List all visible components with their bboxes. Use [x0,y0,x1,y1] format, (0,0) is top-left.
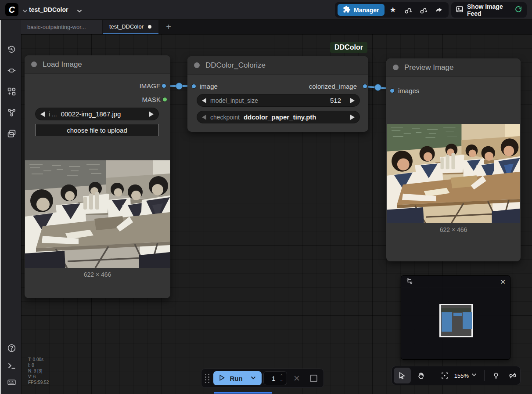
graph-canvas[interactable]: DDColor Load Image IMAGE MASK i ... 0002… [21,34,532,394]
prev-value-arrow-icon[interactable] [202,98,206,103]
tab-test-ddcolor[interactable]: test_DDColor [103,20,158,34]
output-label-mask: MASK [142,96,161,103]
widget-label: i ... [49,111,57,118]
puzzle-icon [343,5,351,14]
terminal-icon[interactable] [6,360,17,371]
next-value-arrow-icon[interactable] [149,112,154,117]
zoom-chevron-icon[interactable] [470,371,478,380]
toggle-links-visibility-button[interactable] [505,368,520,383]
model-library-icon[interactable] [6,107,17,118]
new-tab-button[interactable]: + [161,20,176,34]
next-value-arrow-icon[interactable] [350,115,355,120]
comfyui-logo[interactable]: C [5,3,18,16]
show-image-feed-button[interactable]: Show Image Feed [454,3,524,17]
stat-fps: FPS:59.52 [28,380,49,385]
ddcolor-header[interactable]: DDColor_Colorize [187,56,368,75]
output-slot-mask[interactable] [162,97,167,102]
node-connections-icon[interactable] [6,65,17,76]
output-label-colorized-image: colorized_image [309,83,357,90]
minimap-node-preview [463,312,472,329]
stop-icon[interactable] [310,375,317,382]
node-preview-image[interactable]: Preview Image images 622 × 466 [386,58,521,261]
logo-menu-chevron-icon[interactable] [21,7,29,17]
stat-iterations: I: 0 [28,362,49,368]
node-title: Preview Image [404,63,453,72]
widget-label: model_input_size [210,97,258,104]
group-title-ddcolor[interactable]: DDColor [330,42,367,53]
image-file-combo-widget[interactable]: i ... 00022-img_1867.jpg [35,108,159,120]
fit-view-button[interactable] [438,368,452,383]
tab-basic-outpainting[interactable]: basic-outpainting-wor... [21,20,102,34]
run-button[interactable]: Run [213,371,262,385]
node-library-icon[interactable] [6,86,17,97]
manager-button-group: Manager ★ [335,2,449,18]
batch-stepper[interactable]: ⌃⌄ [280,375,283,382]
prev-value-arrow-icon[interactable] [202,115,206,120]
drag-handle[interactable] [205,374,211,383]
toolbar-divider [433,370,433,381]
collapse-dot[interactable] [194,62,200,68]
stat-time: T: 0.00s [28,357,49,362]
checkpoint-widget[interactable]: checkpoint ddcolor_paper_tiny.pth [197,111,360,123]
model-input-size-widget[interactable]: model_input_size 512 [197,94,360,107]
bottom-blue-strip [214,392,272,394]
minimap-group-strip [441,308,471,312]
image-icon [456,5,464,14]
workflow-tabs-bar: basic-outpainting-wor... test_DDColor + [21,20,532,34]
minimap-viewport[interactable] [439,304,473,337]
toggle-theme-bulb-button[interactable] [489,368,503,383]
manager-button[interactable]: Manager [338,4,385,16]
node-title: DDColor_Colorize [205,61,266,70]
load-image-header[interactable]: Load Image [25,55,170,74]
left-sidebar [0,20,21,394]
batch-count-value[interactable]: 1 [267,375,280,382]
play-icon [218,374,226,383]
output-slot-colorized-image[interactable] [363,84,367,89]
minimap-node-load-image [442,312,452,332]
workflow-menu-chevron-icon[interactable] [75,7,83,17]
output-image-preview[interactable] [387,124,520,223]
unsaved-changes-dot [148,25,151,29]
image-size-caption: 622 × 466 [25,271,170,278]
widget-value: 00022-img_1867.jpg [61,110,121,118]
input-image-preview[interactable] [25,160,170,268]
queue-history-icon[interactable] [6,44,17,54]
zoom-level-value[interactable]: 155% [454,372,469,379]
preview-image-header[interactable]: Preview Image [386,58,521,77]
favorites-star-icon[interactable]: ★ [386,4,400,16]
graph-nodes-icon [406,277,413,287]
output-label-image: IMAGE [140,82,161,90]
grayscale-classroom-photo [25,160,170,268]
share-icon[interactable] [432,4,446,16]
input-slot-image[interactable] [191,84,196,89]
output-slot-image[interactable] [162,83,166,88]
collapse-dot[interactable] [31,61,37,67]
vacuum-clean-alt-icon[interactable] [417,4,431,16]
keyboard-shortcuts-icon[interactable] [6,377,17,387]
widget-value: ddcolor_paper_tiny.pth [244,113,316,121]
workflow-title[interactable]: test_DDColor [29,6,68,13]
cancel-run-icon[interactable]: ✕ [293,373,300,383]
select-tool-button[interactable] [394,368,411,383]
node-ddcolor-colorize[interactable]: DDColor_Colorize image colorized_image m… [187,56,368,132]
image-size-caption: 622 × 466 [386,226,521,233]
input-label-images: images [398,87,419,94]
batch-count-input[interactable]: 1 ⌃⌄ [263,371,287,385]
input-slot-images[interactable] [390,88,395,93]
pan-tool-button[interactable] [413,368,430,383]
prev-value-arrow-icon[interactable] [40,112,45,117]
node-title: Load Image [43,60,82,69]
minimap-close-icon[interactable]: ✕ [500,278,506,286]
choose-file-button[interactable]: choose file to upload [35,124,159,136]
vacuum-clean-icon[interactable] [402,4,415,16]
node-load-image[interactable]: Load Image IMAGE MASK i ... 00022-img_18… [25,55,170,298]
input-label-image: image [200,83,218,90]
workflows-browser-icon[interactable] [6,128,17,139]
help-icon[interactable] [6,343,17,353]
next-value-arrow-icon[interactable] [350,98,355,103]
image-feed-group: Show Image Feed [451,2,527,18]
run-options-chevron-icon[interactable] [249,374,257,383]
collapse-dot[interactable] [393,65,399,70]
feed-refresh-icon [514,5,522,14]
colorized-classroom-photo [387,124,520,223]
